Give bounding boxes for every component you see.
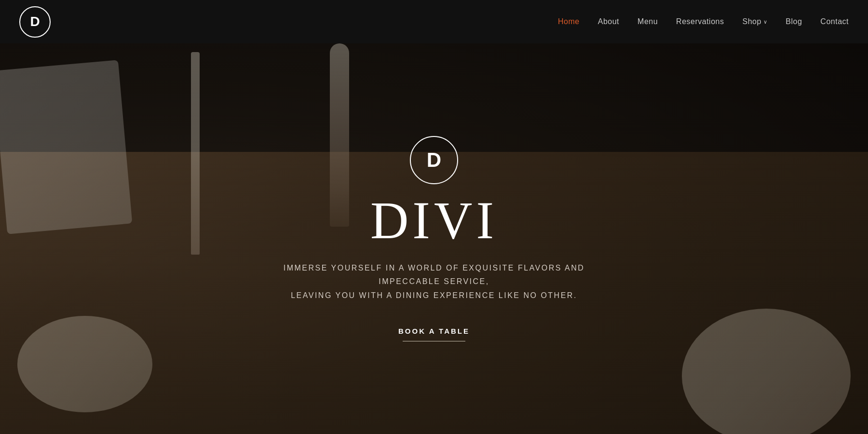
- nav-link-menu[interactable]: Menu: [637, 17, 658, 26]
- nav-link-blog[interactable]: Blog: [786, 17, 802, 26]
- hero-cta: BOOK A TABLE: [398, 327, 470, 342]
- nav-links: Home About Menu Reservations Shop ∨ Blog: [558, 17, 849, 26]
- navbar-logo-letter: D: [30, 14, 40, 29]
- nav-item-home[interactable]: Home: [558, 17, 580, 26]
- nav-item-shop[interactable]: Shop ∨: [742, 17, 767, 26]
- hero-title: DIVI: [370, 194, 498, 247]
- hero-logo-circle: D: [410, 136, 458, 184]
- hero-section: D Home About Menu Reservations Shop ∨: [0, 0, 868, 434]
- hero-subtitle-line1: IMMERSE YOURSELF IN A WORLD OF EXQUISITE…: [284, 264, 585, 286]
- nav-item-reservations[interactable]: Reservations: [676, 17, 724, 26]
- navbar: D Home About Menu Reservations Shop ∨: [0, 0, 868, 43]
- chevron-down-icon: ∨: [763, 19, 768, 25]
- hero-content: D DIVI IMMERSE YOURSELF IN A WORLD OF EX…: [0, 43, 868, 434]
- nav-item-contact[interactable]: Contact: [820, 17, 849, 26]
- nav-link-about[interactable]: About: [598, 17, 619, 26]
- nav-item-about[interactable]: About: [598, 17, 619, 26]
- nav-link-contact[interactable]: Contact: [820, 17, 849, 26]
- nav-link-home[interactable]: Home: [558, 17, 580, 26]
- book-table-button[interactable]: BOOK A TABLE: [398, 327, 470, 335]
- nav-link-shop[interactable]: Shop ∨: [742, 17, 767, 26]
- navbar-logo[interactable]: D: [19, 6, 51, 38]
- hero-logo-letter: D: [427, 149, 441, 172]
- nav-item-blog[interactable]: Blog: [786, 17, 802, 26]
- hero-subtitle-line2: LEAVING YOU WITH A DINING EXPERIENCE LIK…: [291, 291, 577, 299]
- hero-subtitle: IMMERSE YOURSELF IN A WORLD OF EXQUISITE…: [253, 261, 615, 303]
- nav-link-reservations[interactable]: Reservations: [676, 17, 724, 26]
- nav-item-menu[interactable]: Menu: [637, 17, 658, 26]
- book-table-underline: [403, 341, 465, 342]
